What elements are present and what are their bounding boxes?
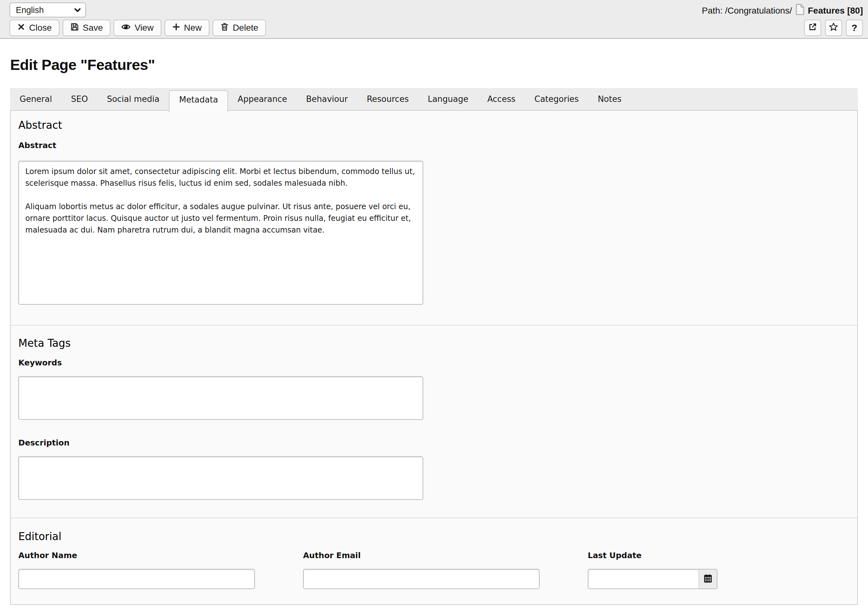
author-name-field: Author Name	[19, 543, 303, 589]
question-mark-icon: ?	[851, 22, 857, 33]
view-button-label: View	[135, 23, 153, 33]
tab-language[interactable]: Language	[418, 88, 477, 110]
calendar-icon	[703, 573, 713, 585]
last-update-label: Last Update	[588, 551, 849, 560]
tab-social-media[interactable]: Social media	[98, 88, 169, 110]
tab-access[interactable]: Access	[478, 88, 525, 110]
utility-buttons: ?	[804, 20, 863, 36]
last-update-input[interactable]	[588, 569, 699, 589]
last-update-field: Last Update	[588, 543, 849, 589]
author-email-label: Author Email	[303, 551, 588, 560]
save-icon	[70, 22, 79, 34]
tab-seo[interactable]: SEO	[61, 88, 97, 110]
language-select-wrap: English	[9, 3, 86, 17]
description-textarea[interactable]	[19, 456, 423, 500]
top-toolbar: English Close Save	[0, 0, 868, 39]
page-record-icon	[795, 4, 805, 17]
open-in-new-window-button[interactable]	[804, 20, 821, 36]
tab-appearance[interactable]: Appearance	[228, 88, 296, 110]
new-button[interactable]: New	[164, 20, 209, 36]
trash-icon	[220, 22, 229, 34]
description-field-label: Description	[19, 438, 849, 447]
tab-categories[interactable]: Categories	[525, 88, 588, 110]
close-icon	[17, 23, 25, 33]
tab-behaviour[interactable]: Behaviour	[296, 88, 357, 110]
tab-resources[interactable]: Resources	[357, 88, 418, 110]
record-title: Features [80]	[808, 6, 863, 16]
date-picker-button[interactable]	[699, 569, 718, 589]
author-name-input[interactable]	[19, 569, 255, 589]
section-meta-tags: Meta Tags Keywords Description	[11, 325, 857, 518]
editorial-field-grid: Author Name Author Email Last Update	[19, 543, 849, 589]
star-icon	[829, 22, 838, 34]
close-button-label: Close	[29, 23, 52, 33]
save-button-label: Save	[83, 23, 103, 33]
section-abstract: Abstract Abstract Lorem ipsum dolor sit …	[11, 111, 857, 325]
section-title-meta-tags: Meta Tags	[19, 337, 849, 349]
tab-bar: General SEO Social media Metadata Appear…	[10, 88, 858, 110]
delete-button[interactable]: Delete	[212, 20, 266, 36]
keywords-field-label: Keywords	[19, 358, 849, 367]
tab-notes[interactable]: Notes	[588, 88, 631, 110]
tab-general[interactable]: General	[10, 88, 61, 110]
save-button[interactable]: Save	[63, 20, 111, 36]
delete-button-label: Delete	[233, 23, 259, 33]
author-name-label: Author Name	[19, 551, 303, 560]
language-select[interactable]: English	[9, 3, 86, 17]
abstract-field-label: Abstract	[19, 141, 849, 150]
tab-metadata[interactable]: Metadata	[169, 90, 228, 112]
bookmark-button[interactable]	[825, 20, 842, 36]
section-editorial: Editorial Author Name Author Email Last …	[11, 518, 857, 604]
author-email-input[interactable]	[303, 569, 539, 589]
metadata-tab-panel: Abstract Abstract Lorem ipsum dolor sit …	[10, 110, 858, 605]
eye-icon	[121, 22, 131, 34]
view-button[interactable]: View	[113, 20, 161, 36]
close-button[interactable]: Close	[9, 20, 59, 36]
path-label: Path: /Congratulations/	[702, 6, 792, 16]
section-title-abstract: Abstract	[19, 119, 849, 131]
page-title: Edit Page "Features"	[10, 56, 868, 73]
plus-icon	[172, 23, 180, 33]
keywords-textarea[interactable]	[19, 376, 423, 420]
section-title-editorial: Editorial	[19, 530, 849, 543]
abstract-textarea[interactable]: Lorem ipsum dolor sit amet, consectetur …	[19, 161, 423, 305]
last-update-input-group	[588, 569, 849, 589]
external-link-icon	[808, 22, 817, 34]
document-toolbar: Close Save View	[9, 20, 266, 36]
author-email-field: Author Email	[303, 543, 588, 589]
new-button-label: New	[184, 23, 202, 33]
breadcrumb: Path: /Congratulations/ Features [80]	[702, 4, 863, 17]
help-button[interactable]: ?	[846, 20, 863, 36]
